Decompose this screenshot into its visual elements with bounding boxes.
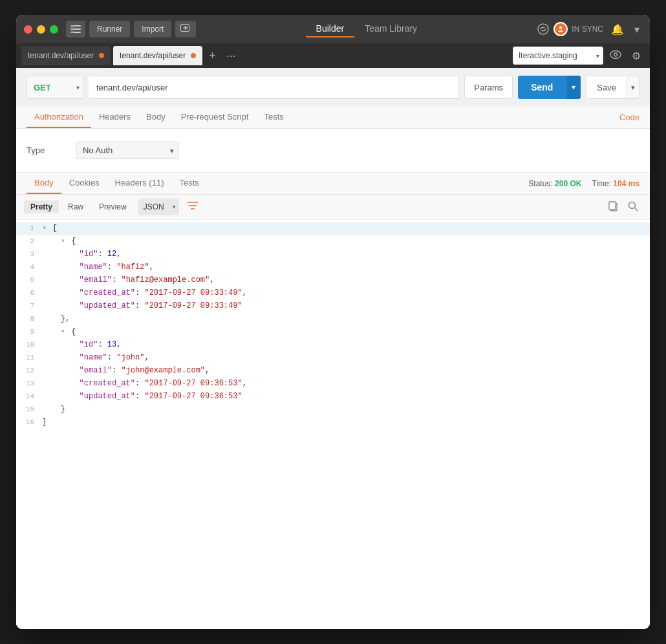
notification-bell-button[interactable]: 🔔 — [608, 22, 627, 37]
request-tab-0[interactable]: tenant.dev/api/user — [21, 46, 111, 65]
line-number: 9 — [16, 326, 42, 339]
tab-pre-request-script[interactable]: Pre-request Script — [173, 107, 257, 128]
more-tabs-button[interactable]: ··· — [222, 48, 240, 64]
fmt-tab-preview[interactable]: Preview — [92, 200, 133, 213]
collapse-toggle[interactable]: ▾ — [61, 327, 70, 336]
copy-button[interactable] — [605, 200, 621, 215]
svg-rect-15 — [609, 202, 616, 209]
collapse-toggle[interactable]: ▾ — [42, 224, 51, 233]
time-label-text: Time: — [592, 179, 611, 188]
sidebar-toggle-button[interactable] — [66, 21, 85, 38]
request-bar: GET POST PUT DELETE PATCH ▾ Params Send … — [16, 68, 650, 107]
tab-url-label-active: tenant.dev/api/user — [120, 51, 186, 60]
line-number: 6 — [16, 287, 42, 300]
send-button-group: Send ▾ — [518, 76, 581, 99]
method-selector[interactable]: GET POST PUT DELETE PATCH ▾ — [27, 76, 83, 99]
search-button[interactable] — [624, 200, 642, 215]
fmt-tab-pretty[interactable]: Pretty — [24, 200, 59, 213]
tab-tests[interactable]: Tests — [256, 107, 291, 128]
main-content: GET POST PUT DELETE PATCH ▾ Params Send … — [16, 68, 650, 629]
titlebar: Runner Import Builder Team Library — [16, 15, 650, 43]
time-value: 104 ms — [613, 179, 639, 188]
format-selector[interactable]: JSON XML HTML Text ▾ — [138, 199, 179, 215]
tab-builder[interactable]: Builder — [306, 21, 355, 38]
response-tabs-bar: Body Cookies Headers (11) Tests Status: … — [16, 173, 650, 195]
close-button[interactable] — [24, 25, 32, 34]
eye-button[interactable] — [606, 48, 625, 63]
auth-type-select[interactable]: No Auth Bearer Token Basic Auth OAuth 2.… — [76, 142, 179, 159]
format-select-input[interactable]: JSON XML HTML Text — [138, 199, 179, 215]
line-number: 8 — [16, 313, 42, 326]
code-line-16: 16 ] — [16, 416, 650, 429]
svg-point-7 — [538, 24, 548, 34]
code-line-10: 10 "id": 13, — [16, 339, 650, 352]
new-tab-button[interactable] — [175, 21, 196, 38]
send-button[interactable]: Send — [518, 76, 566, 99]
request-tabs-bar: tenant.dev/api/user tenant.dev/api/user … — [16, 43, 650, 68]
tabs-bar-right: Iteractive.staging Local Production ▾ ⚙ — [513, 47, 645, 65]
request-tab-1[interactable]: tenant.dev/api/user — [113, 46, 202, 65]
sync-button[interactable]: IN SYNC — [537, 22, 603, 36]
line-content: } — [42, 403, 650, 416]
auth-type-selector[interactable]: No Auth Bearer Token Basic Auth OAuth 2.… — [76, 142, 179, 159]
tab-url-label: tenant.dev/api/user — [28, 51, 94, 60]
filter-button[interactable] — [184, 200, 201, 214]
runner-button[interactable]: Runner — [89, 21, 130, 38]
params-button[interactable]: Params — [464, 76, 513, 99]
line-number: 14 — [16, 391, 42, 403]
time-label: Time: 104 ms — [592, 179, 639, 188]
collapse-toggle[interactable]: ▾ — [61, 237, 70, 246]
save-button-group: Save ▾ — [586, 76, 639, 99]
line-number: 4 — [16, 261, 42, 274]
tab-team-library[interactable]: Team Library — [354, 21, 427, 38]
env-select-input[interactable]: Iteractive.staging Local Production — [513, 47, 603, 65]
code-view: 1 ▾ [ 2 ▾ { 3 "id": 12, 4 "na — [16, 220, 650, 629]
tab-authorization[interactable]: Authorization — [27, 107, 91, 128]
tab-headers[interactable]: Headers — [91, 107, 138, 128]
tab-body[interactable]: Body — [138, 107, 173, 128]
code-link[interactable]: Code — [619, 113, 639, 122]
auth-type-label: Type — [27, 145, 65, 155]
add-tab-button[interactable]: + — [205, 48, 220, 64]
send-dropdown-button[interactable]: ▾ — [566, 76, 581, 99]
line-number: 5 — [16, 274, 42, 287]
maximize-button[interactable] — [50, 25, 58, 34]
resp-tab-headers[interactable]: Headers (11) — [107, 173, 172, 194]
format-bar-right — [605, 200, 642, 215]
method-select-input[interactable]: GET POST PUT DELETE PATCH — [27, 76, 83, 99]
line-number: 1 — [16, 222, 42, 235]
code-line-2: 2 ▾ { — [16, 235, 650, 248]
line-number: 13 — [16, 378, 42, 391]
save-button[interactable]: Save — [586, 76, 627, 99]
import-button[interactable]: Import — [134, 21, 171, 38]
titlebar-left: Runner Import — [66, 21, 196, 38]
code-line-14: 14 "updated_at": "2017-09-27 09:36:53" — [16, 391, 650, 403]
svg-line-17 — [635, 208, 638, 211]
code-line-11: 11 "name": "john", — [16, 352, 650, 365]
request-section-tabs: Authorization Headers Body Pre-request S… — [16, 107, 650, 129]
line-number: 16 — [16, 416, 42, 429]
fmt-tab-raw[interactable]: Raw — [61, 200, 90, 213]
settings-gear-button[interactable]: ⚙ — [628, 48, 645, 63]
code-line-1: 1 ▾ [ — [16, 222, 650, 235]
resp-tab-cookies[interactable]: Cookies — [61, 173, 107, 194]
save-dropdown-button[interactable]: ▾ — [627, 76, 639, 99]
titlebar-right: IN SYNC 🔔 ▾ — [537, 22, 642, 37]
resp-tab-body[interactable]: Body — [27, 173, 61, 194]
url-input[interactable] — [89, 76, 459, 99]
response-status: Status: 200 OK Time: 104 ms — [528, 179, 639, 188]
code-line-5: 5 "email": "hafiz@example.com", — [16, 274, 650, 287]
line-number: 3 — [16, 248, 42, 261]
line-content: ] — [42, 416, 650, 429]
environment-selector[interactable]: Iteractive.staging Local Production ▾ — [513, 47, 603, 65]
line-content: "created_at": "2017-09-27 09:33:49", — [42, 287, 650, 300]
code-line-12: 12 "email": "john@example.com", — [16, 365, 650, 378]
user-avatar — [553, 22, 568, 36]
minimize-button[interactable] — [37, 25, 45, 34]
code-line-9: 9 ▾ { — [16, 326, 650, 339]
status-label: Status: 200 OK — [528, 179, 581, 188]
resp-tab-tests[interactable]: Tests — [171, 173, 206, 194]
response-section: Body Cookies Headers (11) Tests Status: … — [16, 173, 650, 629]
menu-chevron-button[interactable]: ▾ — [632, 22, 642, 37]
svg-point-8 — [559, 27, 562, 29]
